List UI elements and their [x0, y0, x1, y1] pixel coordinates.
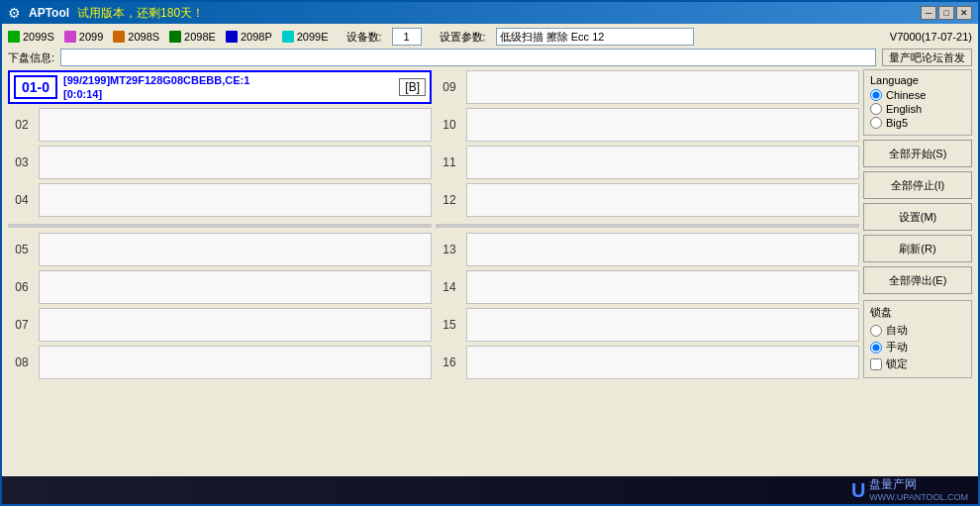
left-slots-column: 01-0 [99/2199]MT29F128G08CBEBB,CE:1[0:0:…	[8, 69, 432, 472]
lock-title: 锁盘	[870, 305, 965, 320]
left-slot-group-2: 05 06 07 08	[8, 232, 432, 380]
slot-info-01: [99/2199]MT29F128G08CBEBB,CE:1[0:0:14]	[63, 73, 395, 102]
slot-box-02[interactable]	[39, 108, 432, 142]
minimize-button[interactable]: ─	[921, 6, 936, 20]
lock-checkbox-label: 锁定	[886, 356, 908, 371]
slot-box-12[interactable]	[466, 183, 859, 217]
legend-dot-2099	[64, 31, 76, 43]
info-row: 下盘信息: 量产吧论坛首发	[8, 49, 972, 66]
params-input[interactable]	[496, 28, 694, 46]
footer-brand-en: WWW.UPANTOOL.COM	[869, 492, 968, 503]
lock-checkbox-item: 锁定	[870, 356, 965, 371]
content-area: 2099S 2099 2098S 2098E 2098P 2099E	[2, 24, 978, 476]
legend-label-2099: 2099	[79, 31, 103, 43]
close-button[interactable]: ✕	[956, 6, 972, 20]
footer-bar: U 盘量产网 WWW.UPANTOOL.COM	[2, 476, 978, 504]
legend-label-2099s: 2099S	[23, 31, 54, 43]
slot-box-10[interactable]	[466, 108, 859, 142]
slot-badge-01: 01-0	[14, 75, 57, 99]
lock-auto-label: 自动	[886, 323, 908, 338]
slot-box-07[interactable]	[39, 308, 432, 342]
lock-checkbox[interactable]	[870, 358, 882, 370]
language-group: Language Chinese English Big5	[863, 69, 972, 136]
lock-auto-radio[interactable]	[870, 325, 882, 337]
slot-box-16[interactable]	[466, 346, 859, 379]
slot-box-15[interactable]	[466, 308, 859, 342]
settings-button[interactable]: 设置(M)	[863, 203, 972, 231]
device-count-label: 设备数:	[346, 30, 382, 45]
slot-row-09: 09	[436, 69, 859, 105]
legend-2099: 2099	[64, 31, 103, 43]
slot-b-badge-01: [B]	[399, 78, 426, 96]
slot-box-05[interactable]	[39, 233, 432, 266]
legend-dot-2098e	[169, 31, 181, 43]
maximize-button[interactable]: □	[938, 6, 954, 20]
slot-box-11[interactable]	[466, 146, 859, 179]
slot-num-05: 05	[8, 243, 36, 256]
language-chinese-item: Chinese	[870, 89, 965, 101]
legend-label-2098s: 2098S	[128, 31, 159, 43]
right-panel: Language Chinese English Big5 全部	[863, 69, 972, 472]
legend-label-2098p: 2098P	[241, 31, 272, 43]
device-count-input[interactable]	[392, 28, 422, 46]
slot-box-06[interactable]	[39, 270, 432, 304]
slots-container: 01-0 [99/2199]MT29F128G08CBEBB,CE:1[0:0:…	[8, 69, 859, 472]
slot-num-10: 10	[436, 118, 463, 132]
slot-num-09: 09	[436, 80, 463, 94]
info-label: 下盘信息:	[8, 51, 54, 65]
slot-row-10: 10	[436, 107, 859, 143]
footer-brand-cn: 盘量产网	[869, 477, 968, 491]
legend-2098e: 2098E	[169, 31, 216, 43]
lock-manual-item: 手动	[870, 340, 965, 354]
slot-row-04: 04	[8, 182, 432, 218]
slot-row-08: 08	[8, 345, 432, 380]
slot-box-03[interactable]	[39, 146, 432, 179]
right-slot-group-1: 09 10 11 12	[436, 69, 859, 218]
slot-row-11: 11	[436, 145, 859, 180]
legend-2098s: 2098S	[113, 31, 159, 43]
trial-notice: 试用版本，还剩180天！	[77, 5, 204, 22]
language-big5-item: Big5	[870, 117, 965, 129]
right-slot-group-2: 13 14 15 16	[436, 232, 859, 380]
slot-row-07: 07	[8, 307, 432, 343]
refresh-button[interactable]: 刷新(R)	[863, 235, 972, 262]
slot-box-13[interactable]	[466, 233, 859, 266]
main-window: ⚙ APTool 试用版本，还剩180天！ ─ □ ✕ 2099S 2099 2…	[0, 0, 980, 506]
slot-box-01[interactable]: 01-0 [99/2199]MT29F128G08CBEBB,CE:1[0:0:…	[8, 70, 432, 104]
left-separator	[8, 224, 432, 228]
version-label: V7000(17-07-21)	[890, 31, 972, 43]
slot-row-01: 01-0 [99/2199]MT29F128G08CBEBB,CE:1[0:0:…	[8, 69, 432, 105]
info-input[interactable]	[60, 49, 876, 66]
right-separator	[436, 224, 859, 228]
language-big5-radio[interactable]	[870, 117, 882, 129]
eject-all-button[interactable]: 全部弹出(E)	[863, 266, 972, 294]
slot-num-16: 16	[436, 355, 463, 369]
slot-box-04[interactable]	[39, 183, 432, 217]
slot-box-14[interactable]	[466, 270, 859, 304]
legend-2099e: 2099E	[282, 31, 329, 43]
language-english-radio[interactable]	[870, 103, 882, 115]
slot-num-08: 08	[8, 355, 36, 369]
language-chinese-radio[interactable]	[870, 89, 882, 101]
footer-brand: 盘量产网 WWW.UPANTOOL.COM	[869, 477, 968, 502]
slot-num-03: 03	[8, 155, 36, 169]
slot-row-03: 03	[8, 145, 432, 180]
slot-box-08[interactable]	[39, 346, 432, 379]
language-english-item: English	[870, 103, 965, 115]
legend-dot-2099s	[8, 31, 20, 43]
forum-button[interactable]: 量产吧论坛首发	[882, 49, 972, 66]
start-all-button[interactable]: 全部开始(S)	[863, 140, 972, 167]
stop-all-button[interactable]: 全部停止(I)	[863, 171, 972, 199]
slot-row-14: 14	[436, 269, 859, 305]
right-slots-column: 09 10 11 12	[436, 69, 859, 472]
slot-num-12: 12	[436, 193, 463, 207]
app-title: APTool	[29, 6, 69, 20]
left-slot-group-1: 01-0 [99/2199]MT29F128G08CBEBB,CE:1[0:0:…	[8, 69, 432, 218]
params-label: 设置参数:	[440, 30, 486, 45]
slot-box-09[interactable]	[466, 70, 859, 104]
slot-row-16: 16	[436, 345, 859, 380]
lock-manual-radio[interactable]	[870, 342, 882, 354]
slot-num-15: 15	[436, 318, 463, 332]
slot-row-12: 12	[436, 182, 859, 218]
slot-row-02: 02	[8, 107, 432, 143]
